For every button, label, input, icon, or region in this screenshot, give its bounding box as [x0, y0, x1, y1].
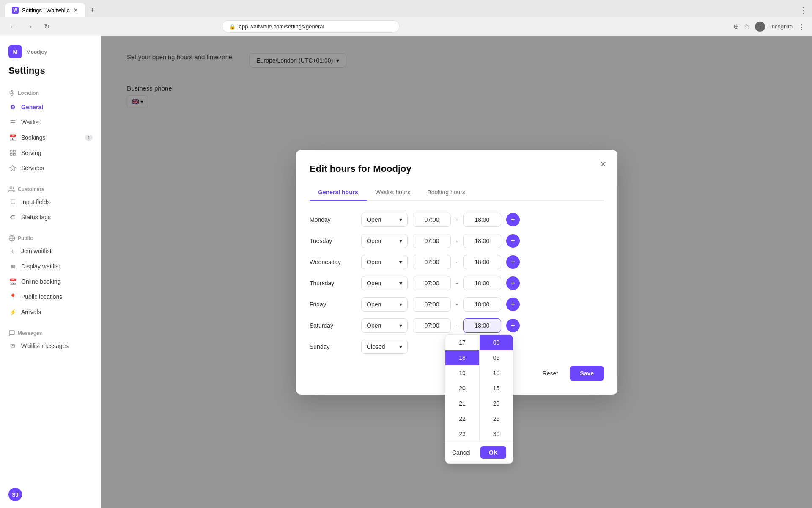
sidebar-item-services[interactable]: Services [0, 160, 101, 176]
saturday-status-select[interactable]: Open ▾ [361, 318, 408, 333]
minute-15[interactable]: 15 [480, 381, 513, 396]
minute-25[interactable]: 25 [480, 411, 513, 426]
friday-label: Friday [310, 301, 356, 308]
minute-30[interactable]: 30 [480, 426, 513, 442]
wednesday-end-time[interactable]: 18:00 [463, 255, 501, 269]
time-picker-dropdown: 17 18 19 20 21 22 23 [445, 334, 513, 464]
sidebar-item-join-waitlist[interactable]: + Join waitlist [0, 243, 101, 259]
sidebar-label-online-booking: Online booking [21, 278, 60, 285]
saturday-add-button[interactable]: + [506, 319, 520, 332]
sidebar-item-waitlist-messages[interactable]: ✉ Waitlist messages [0, 338, 101, 353]
sidebar-item-bookings[interactable]: 📅 Bookings 1 [0, 130, 101, 145]
tab-waitlist-hours[interactable]: Waitlist hours [367, 185, 419, 201]
tuesday-status-select[interactable]: Open ▾ [361, 234, 408, 248]
modal-close-button[interactable]: ✕ [597, 158, 609, 170]
wednesday-start-time[interactable]: 07:00 [413, 255, 451, 269]
wednesday-status-select[interactable]: Open ▾ [361, 255, 408, 269]
hour-18[interactable]: 18 [445, 350, 479, 365]
sidebar-item-waitlist[interactable]: ☰ Waitlist [0, 115, 101, 130]
address-input[interactable]: 🔒 app.waitwhile.com/settings/general [222, 20, 400, 33]
sidebar-item-status-tags[interactable]: 🏷 Status tags [0, 210, 101, 225]
chrome-menu-icon[interactable]: ⋮ [798, 22, 805, 31]
hour-17[interactable]: 17 [445, 335, 479, 350]
address-bar: ← → ↻ 🔒 app.waitwhile.com/settings/gener… [0, 17, 812, 36]
services-icon [8, 164, 17, 172]
save-button[interactable]: Save [570, 366, 604, 381]
thursday-status-select[interactable]: Open ▾ [361, 276, 408, 290]
monday-add-button[interactable]: + [506, 213, 520, 226]
saturday-start-time[interactable]: 07:00 [413, 318, 451, 333]
sidebar-item-arrivals[interactable]: ⚡ Arrivals [0, 304, 101, 320]
friday-start-time[interactable]: 07:00 [413, 297, 451, 312]
tuesday-add-button[interactable]: + [506, 234, 520, 248]
thursday-end-time[interactable]: 18:00 [463, 276, 501, 290]
browser-menu-icon[interactable]: ⋮ [799, 6, 807, 15]
tuesday-separator: - [456, 237, 458, 244]
tab-title: Settings | Waitwhile [22, 7, 70, 14]
thursday-separator: - [456, 280, 458, 287]
monday-separator: - [456, 216, 458, 223]
sidebar-item-serving[interactable]: Serving [0, 145, 101, 160]
new-tab-button[interactable]: + [87, 4, 99, 16]
saturday-separator: - [456, 322, 458, 329]
hour-22[interactable]: 22 [445, 411, 479, 426]
extensions-icon[interactable]: ⊕ [733, 22, 739, 30]
minute-05[interactable]: 05 [480, 350, 513, 365]
tuesday-end-time[interactable]: 18:00 [463, 234, 501, 248]
thursday-start-time[interactable]: 07:00 [413, 276, 451, 290]
sunday-status-select[interactable]: Closed ▾ [361, 340, 408, 354]
active-tab[interactable]: W Settings | Waitwhile ✕ [5, 3, 85, 17]
time-picker-ok-button[interactable]: OK [480, 446, 506, 459]
monday-status-select[interactable]: Open ▾ [361, 213, 408, 227]
sidebar-item-input-fields[interactable]: ☰ Input fields [0, 194, 101, 210]
thursday-add-button[interactable]: + [506, 276, 520, 290]
hour-20[interactable]: 20 [445, 381, 479, 396]
reset-button[interactable]: Reset [536, 367, 565, 380]
monday-label: Monday [310, 216, 356, 223]
friday-status-select[interactable]: Open ▾ [361, 297, 408, 312]
monday-start-time[interactable]: 07:00 [413, 213, 451, 227]
tuesday-start-time[interactable]: 07:00 [413, 234, 451, 248]
hour-23[interactable]: 23 [445, 426, 479, 442]
sidebar-section-location: Location ⚙ General ☰ Waitlist 📅 Bookings… [0, 83, 101, 179]
browser-chrome: W Settings | Waitwhile ✕ + ⋮ ← → ↻ 🔒 app… [0, 0, 812, 36]
sidebar-header: M Moodjoy [0, 36, 101, 65]
hour-21[interactable]: 21 [445, 396, 479, 411]
public-locations-icon: 📍 [8, 293, 17, 301]
org-avatar: M [8, 45, 22, 58]
user-avatar[interactable]: SJ [8, 488, 22, 501]
back-button[interactable]: ← [7, 21, 19, 33]
hour-19[interactable]: 19 [445, 365, 479, 381]
sidebar-item-general[interactable]: ⚙ General [0, 99, 101, 115]
sidebar-item-public-locations[interactable]: 📍 Public locations [0, 289, 101, 304]
address-text: app.waitwhile.com/settings/general [239, 23, 324, 30]
modal-title: Edit hours for Moodjoy [310, 163, 604, 174]
sidebar-label-status-tags: Status tags [21, 214, 51, 221]
saturday-end-time[interactable]: 18:00 [463, 318, 501, 333]
monday-end-time[interactable]: 18:00 [463, 213, 501, 227]
friday-end-time[interactable]: 18:00 [463, 297, 501, 312]
sidebar-section-messages: Messages ✉ Waitlist messages [0, 323, 101, 357]
reload-button[interactable]: ↻ [41, 21, 52, 33]
minute-00[interactable]: 00 [480, 335, 513, 350]
wednesday-add-button[interactable]: + [506, 255, 520, 269]
tab-close-button[interactable]: ✕ [73, 7, 78, 14]
wednesday-label: Wednesday [310, 259, 356, 265]
tab-general-hours[interactable]: General hours [310, 185, 367, 201]
status-tags-icon: 🏷 [8, 213, 17, 221]
friday-add-button[interactable]: + [506, 298, 520, 311]
tab-booking-hours[interactable]: Booking hours [419, 185, 474, 201]
tuesday-label: Tuesday [310, 237, 356, 244]
bookmark-icon[interactable]: ☆ [744, 22, 750, 30]
sidebar-item-online-booking[interactable]: 📆 Online booking [0, 274, 101, 289]
sidebar-item-display-waitlist[interactable]: ▤ Display waitlist [0, 259, 101, 274]
time-picker-cancel-button[interactable]: Cancel [452, 449, 471, 456]
minute-20[interactable]: 20 [480, 396, 513, 411]
hours-column: 17 18 19 20 21 22 23 [445, 335, 479, 442]
minute-10[interactable]: 10 [480, 365, 513, 381]
forward-button[interactable]: → [24, 21, 36, 33]
sidebar-title: Settings [0, 65, 101, 83]
sidebar-label-waitlist: Waitlist [21, 119, 40, 126]
bookings-badge: 1 [85, 135, 93, 141]
profile-icon[interactable]: I [755, 22, 765, 32]
